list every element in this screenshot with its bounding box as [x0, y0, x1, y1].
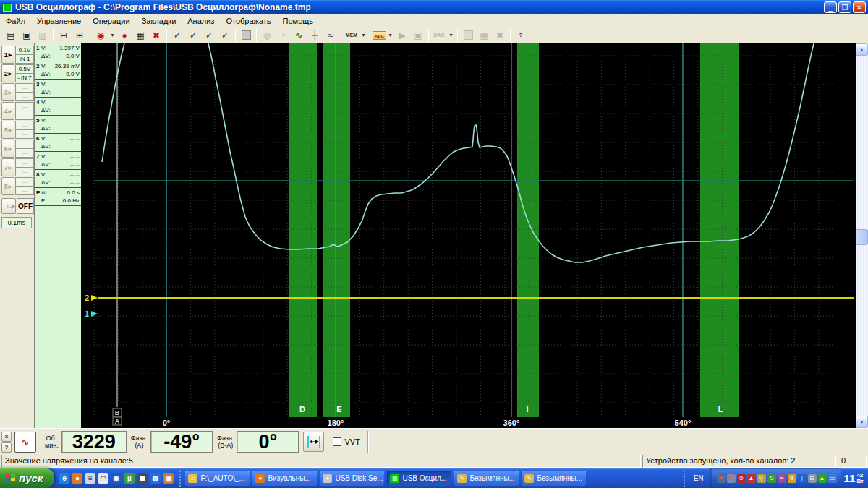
save-record-button[interactable]: ▣ — [411, 28, 425, 42]
channel-input-1[interactable]: IN 1 — [15, 55, 34, 64]
menu-item-3[interactable]: Операции — [87, 15, 135, 27]
menu-item-5[interactable]: Анализ — [182, 15, 220, 27]
display-icon[interactable]: ▭ — [828, 474, 837, 483]
archive-box-icon[interactable]: ◼ — [137, 473, 148, 484]
channel-input-5[interactable]: --- — [15, 130, 34, 139]
channel-input-8[interactable]: --- — [15, 187, 34, 195]
mouse-settings-icon[interactable]: ◠ — [98, 473, 109, 484]
channel-settings-1[interactable]: 0.1VIN 1 — [15, 46, 34, 64]
grid-settings-button[interactable]: ▦ — [477, 28, 491, 42]
channel-settings-5[interactable]: ------ — [15, 121, 34, 139]
menu-item-6[interactable]: Отображать — [220, 15, 276, 27]
minimize-button[interactable]: _ — [824, 1, 837, 13]
panel-close-button[interactable]: x — [1, 432, 12, 442]
scroll-down-button[interactable]: ▼ — [856, 416, 868, 428]
wave-button[interactable]: ≈ — [323, 28, 338, 42]
channel-range-2[interactable]: 0.5V — [15, 64, 34, 74]
channel-button-2[interactable]: 2▶ — [1, 64, 14, 82]
device-power-button[interactable]: ◉ — [93, 28, 108, 42]
channel-settings-3[interactable]: ------ — [15, 83, 34, 101]
menu-item-7[interactable]: Помощь — [277, 15, 320, 27]
timebase-value[interactable]: 0.1ms — [1, 217, 32, 228]
oscilloscope-display[interactable]: BA21DEIL0°180°360°540° ▲ ▼ — [81, 43, 868, 428]
channel-range-8[interactable]: --- — [15, 177, 34, 187]
channel-input-7[interactable]: --- — [15, 168, 34, 176]
utorrent-icon[interactable]: µ — [124, 473, 135, 484]
network-disabled-icon[interactable]: ✕ — [717, 474, 726, 483]
blocked-icon[interactable]: ⊘ — [737, 474, 746, 483]
notepad-icon[interactable]: ≡ — [85, 473, 95, 484]
menu-item-1[interactable]: Файл — [0, 15, 31, 27]
scroll-up-button[interactable]: ▲ — [856, 43, 868, 56]
clipper-icon[interactable]: ✂ — [778, 474, 786, 483]
antivirus-shield-icon[interactable]: ▲ — [747, 474, 756, 483]
help-button[interactable]: ? — [514, 28, 528, 42]
save-file-button[interactable]: ▣ — [20, 28, 34, 42]
channel-button-6[interactable]: 6▶ — [1, 140, 14, 158]
channel-button-1[interactable]: 1▶ — [1, 46, 14, 64]
blank-square-2-button[interactable] — [461, 28, 475, 42]
keys-icon[interactable]: ⚲ — [757, 474, 766, 483]
media-player-icon[interactable]: ◉ — [111, 473, 122, 484]
channel-settings-4[interactable]: ------ — [15, 102, 34, 120]
camera-button[interactable]: ◔ — [276, 28, 290, 42]
channel-input-6[interactable]: --- — [15, 149, 34, 158]
waveform-green-button[interactable]: ∿ — [292, 28, 306, 42]
menu-item-4[interactable]: Закладки — [136, 15, 182, 27]
printer-icon[interactable]: ⊟ — [808, 474, 817, 483]
play-button[interactable]: ▶ — [395, 28, 409, 42]
safely-remove-icon[interactable]: ▲ — [818, 474, 827, 483]
open-file-button[interactable]: ▤ — [4, 28, 18, 42]
check-mode-1-button[interactable]: ✓ — [170, 28, 184, 42]
close-button[interactable]: ✕ — [853, 1, 866, 13]
channel-button-4[interactable]: 4▶ — [1, 102, 14, 120]
task-button-6[interactable]: ✎Безымянны... — [522, 471, 586, 486]
wmp-globe-icon[interactable]: ◍ — [150, 473, 161, 484]
channel-range-5[interactable]: --- — [15, 121, 34, 130]
dac-dropdown-button[interactable]: ▾ — [448, 28, 454, 42]
channel-button-3[interactable]: 3▶ — [1, 83, 14, 101]
task-button-3[interactable]: ♦USB Disk Se... — [320, 471, 384, 486]
scope-svg[interactable]: BA21DEIL0°180°360°540° — [81, 43, 854, 428]
power-lightning-icon[interactable]: ↯ — [788, 474, 796, 483]
channel-button-8[interactable]: 8▶ — [1, 177, 14, 195]
channel-input-4[interactable]: --- — [15, 111, 34, 120]
folder-tool-icon[interactable]: ▣ — [163, 473, 174, 484]
export-file-button[interactable]: ▥ — [35, 28, 50, 42]
memory-button[interactable]: MEM — [344, 28, 359, 42]
channel-input-2[interactable]: - IN 7 — [15, 74, 34, 82]
print-preview-button[interactable]: ⊞ — [72, 28, 87, 42]
channel-range-1[interactable]: 0.1V — [15, 46, 34, 55]
channel-settings-8[interactable]: ------ — [15, 177, 34, 195]
internet-explorer-icon[interactable]: e — [59, 473, 69, 484]
menu-item-2[interactable]: Управление — [31, 15, 87, 27]
task-button-1[interactable]: ▱F:\_AUTO\_... — [185, 471, 250, 486]
firefox-icon[interactable]: ● — [72, 473, 82, 484]
abc-folder-icon[interactable]: ABC — [373, 31, 386, 40]
taskbar-clock[interactable]: 11 42 Вт — [844, 472, 864, 484]
check-mode-3-button[interactable]: ✓ — [202, 28, 216, 42]
tachometer-tool-button[interactable]: ∿ — [14, 432, 36, 453]
vertical-scrollbar[interactable]: ▲ ▼ — [856, 43, 868, 428]
channel-settings-7[interactable]: ------ — [15, 158, 34, 176]
globe-button[interactable]: ◍ — [260, 28, 274, 42]
channel-settings-6[interactable]: ------ — [15, 140, 34, 158]
check-mode-2-button[interactable]: ✓ — [186, 28, 200, 42]
vvt-checkbox[interactable] — [333, 437, 341, 446]
scroll-track[interactable] — [856, 56, 868, 416]
print-button[interactable]: ⊟ — [56, 28, 71, 42]
task-button-2[interactable]: ●Визуальны... — [252, 471, 317, 486]
channel-settings-2[interactable]: 0.5V- IN 7 — [15, 64, 34, 82]
language-indicator[interactable]: EN — [688, 474, 710, 482]
fl-button[interactable]: fL▶ — [1, 198, 16, 214]
screenshot-button[interactable]: ▦ — [133, 28, 148, 42]
scroll-thumb[interactable] — [856, 229, 868, 245]
start-button[interactable]: пуск — [0, 468, 54, 488]
markers-button[interactable]: ┼ — [307, 28, 322, 42]
abc-dropdown-button[interactable]: ▾ — [387, 28, 393, 42]
channel-range-7[interactable]: --- — [15, 158, 34, 168]
memory-dropdown-button[interactable]: ▾ — [360, 28, 367, 42]
record-button[interactable]: ● — [117, 28, 132, 42]
channel-range-3[interactable]: --- — [15, 83, 34, 93]
volume-muted-icon[interactable]: ✕ — [727, 474, 736, 483]
